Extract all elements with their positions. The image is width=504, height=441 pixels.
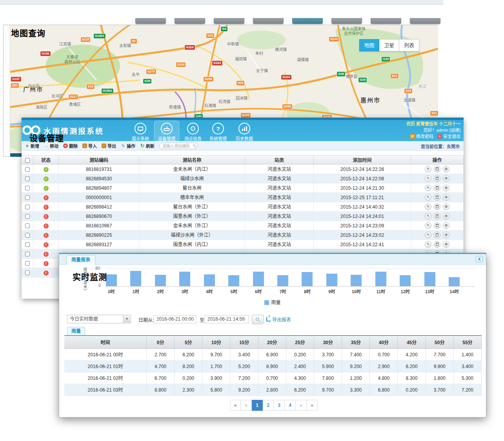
- tab-rainfall[interactable]: 雨量: [67, 327, 85, 336]
- logout-link[interactable]: ◎安全退出: [437, 133, 460, 140]
- nav-label: 展示系统: [128, 135, 153, 142]
- trash-icon[interactable]: [434, 222, 440, 229]
- row-checkbox[interactable]: [25, 167, 30, 172]
- trash-icon[interactable]: [434, 232, 440, 238]
- chevron-down-icon[interactable]: ▼: [123, 316, 130, 323]
- edit-icon[interactable]: ✎: [425, 185, 431, 191]
- nav-label: 系统管理: [206, 135, 231, 142]
- map-type-list[interactable]: 列表: [399, 39, 419, 51]
- trash-icon[interactable]: [434, 203, 440, 210]
- trash-icon[interactable]: [434, 175, 440, 182]
- gear-icon[interactable]: ⚙: [443, 194, 449, 201]
- date-from-input[interactable]: 2016-06-21 00:00: [153, 315, 197, 323]
- gear-icon[interactable]: ⚙: [443, 166, 449, 172]
- top-tab[interactable]: [135, 18, 166, 24]
- top-tab[interactable]: [292, 18, 323, 24]
- road-badge: S244: [329, 37, 339, 42]
- row-checkbox[interactable]: [25, 252, 30, 256]
- report-value-cell: 4.800: [370, 372, 398, 384]
- edit-icon[interactable]: ✎: [425, 213, 431, 220]
- help-glyph: ?: [216, 125, 220, 132]
- operate-button[interactable]: ✎操作: [121, 143, 135, 149]
- edit-icon[interactable]: ✎: [425, 166, 431, 172]
- gear-icon[interactable]: ⚙: [443, 222, 449, 229]
- tab-rain-report[interactable]: 雨量报表: [66, 255, 95, 265]
- row-checkbox[interactable]: [25, 223, 30, 228]
- row-checkbox[interactable]: [25, 195, 30, 200]
- page-button-4[interactable]: 4: [285, 400, 296, 411]
- status-online-icon: ✓: [44, 186, 49, 191]
- import-button[interactable]: ↓导入: [82, 143, 97, 149]
- report-value-cell: 1.400: [454, 349, 482, 360]
- top-tab[interactable]: [331, 18, 362, 24]
- station-code-cell: 8826890670: [59, 212, 139, 221]
- search-button[interactable]: [252, 315, 264, 324]
- edit-icon[interactable]: ✎: [425, 203, 431, 210]
- trash-icon[interactable]: [434, 185, 440, 191]
- gear-icon[interactable]: ⚙: [443, 185, 449, 191]
- trash-icon[interactable]: [434, 166, 440, 172]
- x-axis-tick-label: 3时: [177, 288, 193, 294]
- select-all-checkbox[interactable]: [25, 158, 30, 163]
- map-town-label: 海珠区: [36, 104, 47, 110]
- gear-icon[interactable]: ⚙: [443, 203, 449, 210]
- search-input[interactable]: 请输入测站编码: [159, 143, 198, 149]
- edit-icon[interactable]: ✎: [425, 175, 431, 182]
- report-table-header-row: 时间0分5分10分15分20分25分30分35分40分45分50分55分: [64, 336, 482, 349]
- row-checkbox[interactable]: [25, 261, 30, 266]
- row-checkbox[interactable]: [25, 186, 30, 191]
- trash-glyph: [436, 205, 438, 208]
- edit-icon[interactable]: ✎: [425, 194, 431, 201]
- row-checkbox[interactable]: [25, 233, 30, 238]
- row-checkbox[interactable]: [25, 205, 30, 209]
- y-tick-80: 80: [95, 266, 100, 270]
- page-button-3[interactable]: 3: [274, 400, 285, 411]
- page-button-2[interactable]: 2: [263, 400, 274, 411]
- map-type-satellite[interactable]: 卫星: [379, 39, 399, 51]
- rain-bar: [179, 272, 190, 286]
- top-tab[interactable]: [253, 18, 284, 24]
- change-password-link[interactable]: P修改密码: [410, 133, 433, 140]
- gear-icon[interactable]: ⚙: [443, 213, 449, 220]
- report-value-cell: 7.400: [342, 349, 370, 360]
- map-type-map[interactable]: 地图: [359, 39, 379, 51]
- gear-icon[interactable]: ⚙: [443, 241, 449, 248]
- date-to-input[interactable]: 2016-06-21 14:59: [204, 315, 249, 323]
- nav-point-info[interactable]: 测点信息: [180, 121, 206, 141]
- report-value-cell: 4.300: [286, 372, 314, 384]
- next-page-button[interactable]: ›: [296, 400, 307, 411]
- row-checkbox[interactable]: [25, 214, 30, 219]
- refresh-button[interactable]: ↻刷新: [140, 143, 155, 149]
- trash-icon[interactable]: [434, 241, 440, 248]
- edit-icon[interactable]: ✎: [425, 232, 431, 238]
- prev-page-button[interactable]: ‹: [241, 400, 252, 411]
- gear-icon[interactable]: ⚙: [443, 232, 449, 238]
- nav-system-mgmt[interactable]: ?系统管理: [206, 121, 231, 141]
- top-tab[interactable]: [410, 18, 440, 24]
- close-icon[interactable]: X: [476, 256, 483, 262]
- top-tab[interactable]: [214, 18, 244, 24]
- station-name-cell: 金禾水闸（外江）: [139, 221, 245, 230]
- row-checkbox[interactable]: [25, 270, 30, 275]
- edit-icon[interactable]: ✎: [425, 241, 431, 248]
- gear-icon[interactable]: ⚙: [443, 175, 449, 182]
- first-page-button[interactable]: «: [230, 400, 241, 411]
- data-mode-select[interactable]: 今日实时数据 ▼: [67, 315, 131, 323]
- top-tab[interactable]: [175, 18, 205, 24]
- report-column-header: 15分: [231, 336, 258, 348]
- top-tab[interactable]: [371, 18, 401, 24]
- trash-icon[interactable]: [434, 213, 440, 220]
- page-button-1[interactable]: 1: [252, 400, 263, 411]
- row-checkbox[interactable]: [25, 176, 30, 181]
- edit-icon[interactable]: ✎: [425, 222, 431, 229]
- export-report-link[interactable]: 导出报表: [266, 316, 291, 323]
- last-page-button[interactable]: »: [307, 400, 318, 411]
- nav-device-mgmt[interactable]: 设备管理: [154, 121, 179, 141]
- nav-display-system[interactable]: 展示系统: [128, 121, 153, 141]
- delete-button[interactable]: ×删除: [63, 143, 78, 149]
- row-checkbox[interactable]: [25, 242, 30, 247]
- export-button[interactable]: ↑导出: [102, 143, 116, 149]
- trash-icon[interactable]: [434, 194, 440, 201]
- nav-history-data[interactable]: 历史数据: [232, 121, 257, 141]
- station-time-cell: 2015-12-24 14:22:41: [314, 240, 411, 249]
